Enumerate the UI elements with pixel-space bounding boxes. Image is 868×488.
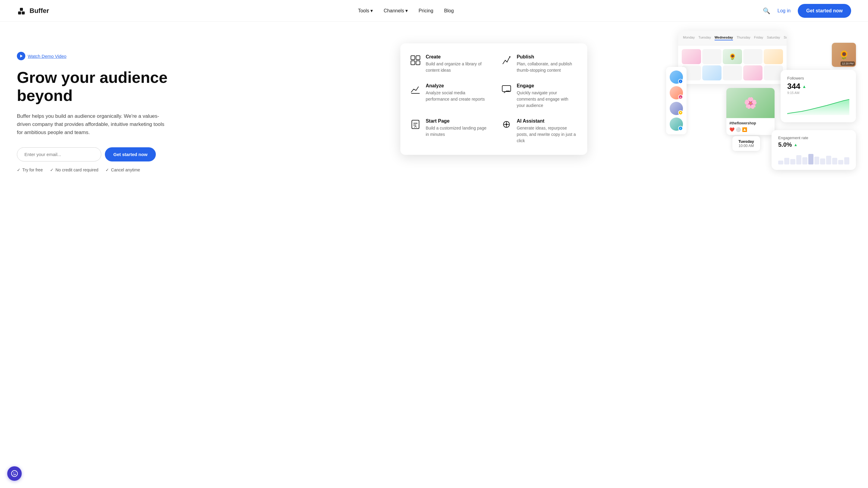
cal-tab-active: Wednesday (715, 36, 733, 40)
nav-blog[interactable]: Blog (444, 8, 454, 13)
social-avatar-1: f (670, 70, 683, 84)
cal-cell (702, 49, 721, 64)
bar (826, 156, 831, 164)
cal-cell (702, 65, 721, 80)
followers-chart (787, 97, 849, 116)
cal-cell (682, 49, 701, 64)
navbar: Buffer Tools ▾ Channels ▾ Pricing Blog 🔍… (0, 0, 868, 22)
start-page-icon (410, 119, 421, 130)
svg-rect-4 (416, 56, 420, 60)
publish-icon (501, 55, 512, 66)
svg-rect-0 (18, 11, 21, 14)
dropdown-engage[interactable]: Engage Quickly navigate your comments an… (501, 83, 578, 109)
post-footer: #theflowershop ❤️ ⚪ 🔼 (726, 118, 775, 135)
engage-icon (501, 84, 512, 95)
calendar-screenshot: Monday Tuesday Wednesday Thursday Friday… (678, 31, 786, 84)
dropdown-start-page[interactable]: Start Page Build a customized landing pa… (410, 119, 487, 144)
bar (844, 157, 849, 164)
check-free: ✓ Try for free (17, 167, 43, 172)
dropdown-publish[interactable]: Publish Plan, collaborate, and publish t… (501, 54, 578, 73)
nav-cta-button[interactable]: Get started now (798, 4, 851, 18)
hero-checks: ✓ Try for free ✓ No credit card required… (17, 167, 167, 172)
cta-button[interactable]: Get started now (105, 147, 156, 161)
post-card: 🌸 #theflowershop ❤️ ⚪ 🔼 (726, 88, 775, 135)
cal-tab: Saturday (767, 36, 780, 40)
calendar-grid: 🌻 (678, 45, 786, 84)
bar (796, 155, 801, 164)
cal-tab: Sunday (784, 36, 786, 40)
social-avatar-2: ig (670, 86, 683, 99)
nav-links: Tools ▾ Channels ▾ Pricing Blog (358, 8, 454, 13)
engage-content: Engage Quickly navigate your comments an… (517, 83, 578, 109)
svg-point-11 (505, 124, 507, 125)
cal-cell (743, 49, 763, 64)
hero-left: Watch Demo Video Grow your audiencebeyon… (17, 40, 167, 172)
publish-content: Publish Plan, collaborate, and publish t… (517, 54, 578, 73)
login-button[interactable]: Log in (778, 8, 791, 13)
cal-cell (743, 65, 763, 80)
cal-tab: Friday (754, 36, 764, 40)
svg-marker-12 (20, 55, 23, 58)
engagement-label: Engagement rate (778, 135, 849, 140)
bar (832, 158, 837, 164)
chevron-down-icon: ▾ (370, 8, 373, 13)
cal-tab: Monday (683, 36, 695, 40)
search-icon[interactable]: 🔍 (763, 7, 770, 14)
svg-rect-9 (412, 120, 419, 129)
checkmark-icon: ✓ (17, 167, 21, 172)
checkmark-icon: ✓ (50, 167, 54, 172)
analyze-icon (410, 84, 421, 95)
cal-cell (764, 65, 783, 80)
hero-title: Grow your audiencebeyond (17, 69, 167, 105)
social-avatars-panel: f ig ★ t (666, 67, 687, 134)
dropdown-ai-assistant[interactable]: AI Assistant Generate ideas, repurpose p… (501, 119, 578, 144)
post-reactions: ❤️ ⚪ 🔼 (730, 127, 772, 132)
logo-icon (17, 6, 27, 16)
dropdown-analyze[interactable]: Analyze Analyze social media performance… (410, 83, 487, 109)
social-avatar-4: t (670, 118, 683, 131)
post-time-badge: Tuesday 10:00 AM (733, 136, 760, 151)
email-input[interactable] (17, 147, 101, 161)
cal-cell: 🌻 (723, 49, 742, 64)
cal-tab: Thursday (737, 36, 750, 40)
svg-rect-2 (20, 8, 23, 11)
followers-label: Followers (787, 76, 849, 80)
bar (802, 157, 807, 164)
svg-rect-5 (411, 61, 415, 65)
small-photo: 🌻 12:20 PM (832, 43, 856, 67)
nav-tools[interactable]: Tools ▾ (358, 8, 373, 13)
chevron-down-icon: ▾ (405, 8, 408, 13)
cal-cell (723, 65, 742, 80)
engagement-value: 5.0% ▲ (778, 141, 849, 148)
bar (790, 159, 795, 164)
start-page-content: Start Page Build a customized landing pa… (426, 119, 487, 138)
hero-screenshots: Monday Tuesday Wednesday Thursday Friday… (660, 28, 859, 202)
nav-pricing[interactable]: Pricing (418, 8, 433, 13)
cal-cell (764, 49, 783, 64)
engagement-card: Engagement rate 5.0% ▲ (772, 130, 856, 170)
nav-right: 🔍 Log in Get started now (763, 4, 851, 18)
checkmark-icon: ✓ (105, 167, 109, 172)
create-icon (410, 55, 421, 66)
logo-text: Buffer (30, 7, 49, 15)
bar (820, 158, 825, 164)
ai-assistant-content: AI Assistant Generate ideas, repurpose p… (517, 119, 578, 144)
post-image: 🌸 (726, 88, 775, 118)
svg-rect-3 (411, 56, 415, 60)
tools-dropdown: Create Build and organize a library of c… (400, 43, 587, 155)
engagement-bars (778, 151, 849, 164)
logo[interactable]: Buffer (17, 6, 49, 16)
bar (778, 161, 783, 164)
play-icon (17, 52, 25, 60)
hero-description: Buffer helps you build an audience organ… (17, 112, 167, 137)
social-avatar-3: ★ (670, 102, 683, 115)
cal-tab: Tuesday (698, 36, 711, 40)
dropdown-create[interactable]: Create Build and organize a library of c… (410, 54, 487, 73)
bar (814, 157, 819, 164)
bar (808, 154, 813, 164)
create-content: Create Build and organize a library of c… (426, 54, 487, 73)
nav-channels[interactable]: Channels ▾ (384, 8, 408, 13)
watch-demo[interactable]: Watch Demo Video (17, 52, 167, 60)
followers-card: Followers 344 ▲ 9:15 AM (781, 70, 856, 122)
check-cancel: ✓ Cancel anytime (105, 167, 140, 172)
